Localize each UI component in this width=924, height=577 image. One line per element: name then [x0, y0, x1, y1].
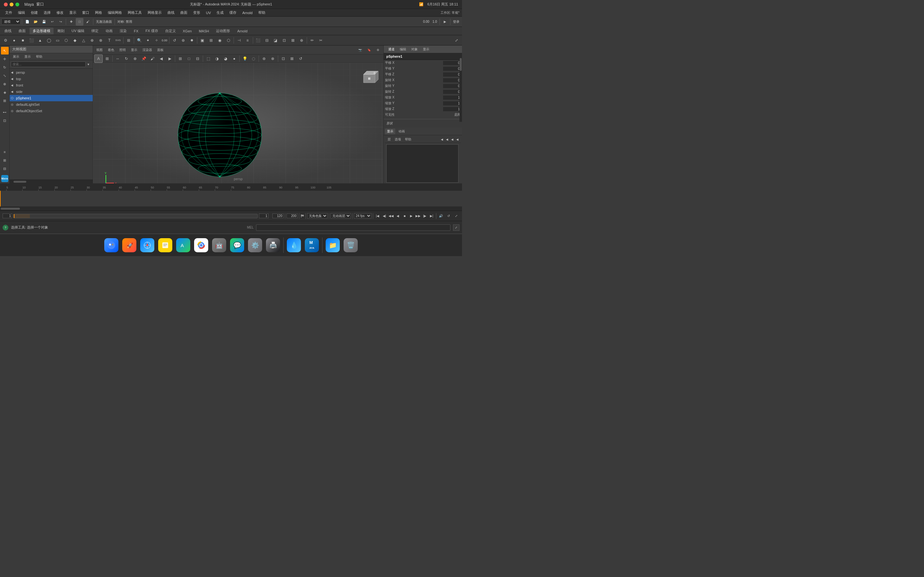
- cut-icon-btn[interactable]: ✂: [317, 36, 325, 45]
- menu-help[interactable]: 帮助: [256, 10, 268, 16]
- outliner-tab-help[interactable]: 帮助: [34, 54, 44, 60]
- layer-tab-layers[interactable]: 层: [386, 137, 392, 142]
- helix-icon-btn[interactable]: ⊗: [97, 36, 105, 45]
- hud-btn[interactable]: ⊠: [288, 55, 296, 63]
- help-icon[interactable]: ?: [3, 225, 8, 230]
- sync-btn[interactable]: ↺: [296, 55, 305, 63]
- menu-mesh-display[interactable]: 网格显示: [145, 10, 164, 16]
- quad-view-btn[interactable]: ⊞: [103, 55, 111, 63]
- layer-forward-icon[interactable]: ◀: [450, 137, 454, 142]
- open-file-btn[interactable]: 📂: [32, 18, 39, 26]
- dock-notes[interactable]: [158, 237, 173, 253]
- tab-polygon[interactable]: 多边形建模: [29, 27, 53, 34]
- render-btn[interactable]: ▶: [441, 18, 449, 26]
- play-forward-btn[interactable]: ▶: [408, 213, 415, 219]
- search-dropdown-icon[interactable]: ▼: [87, 63, 91, 66]
- viewport-tab-display[interactable]: 显示: [129, 47, 139, 53]
- close-button[interactable]: [4, 3, 8, 6]
- tab-sculpt[interactable]: 雕刻: [54, 27, 68, 34]
- light-shaded-btn[interactable]: ●: [230, 55, 238, 63]
- viewport-tab-panels[interactable]: 面板: [155, 47, 166, 53]
- tree-item-top[interactable]: ◀ top: [10, 76, 93, 82]
- cone-icon-btn[interactable]: ▲: [36, 36, 44, 45]
- tab-xgen[interactable]: XGen: [180, 28, 195, 34]
- loop-btn[interactable]: ↺: [445, 213, 452, 219]
- magnet-icon-btn[interactable]: 🔍: [135, 36, 144, 45]
- right-tab-display[interactable]: 显示: [421, 47, 431, 52]
- loop-icon-btn[interactable]: ↺: [170, 36, 179, 45]
- shadow-btn[interactable]: ◌: [249, 55, 258, 63]
- grid-display-btn[interactable]: ⊞: [176, 55, 184, 63]
- flow-icon-btn[interactable]: ⊛: [179, 36, 187, 45]
- rotate-tool[interactable]: ↻: [1, 63, 9, 71]
- frame-current-input[interactable]: [259, 213, 268, 218]
- arrow-left-vp[interactable]: ◀: [157, 55, 165, 63]
- soft-select-tool[interactable]: ◈: [1, 89, 9, 96]
- viewport-canvas[interactable]: X Y Z: [93, 63, 383, 183]
- menu-cache[interactable]: 缓存: [227, 10, 239, 16]
- right-tab-show[interactable]: 显示: [385, 129, 395, 134]
- frame-track[interactable]: [13, 214, 258, 218]
- tab-render[interactable]: 渲染: [116, 27, 130, 34]
- settings-icon-btn[interactable]: ⚙: [1, 36, 10, 45]
- timeline-scrollbar-thumb[interactable]: [1, 208, 20, 210]
- frame-end-input[interactable]: [272, 213, 284, 218]
- tab-fx[interactable]: FX: [131, 28, 142, 34]
- outliner-tab-show[interactable]: 显示: [23, 54, 33, 60]
- frame-max-input[interactable]: [286, 213, 298, 218]
- layer-tab-options[interactable]: 选项: [393, 137, 402, 142]
- menu-edit[interactable]: 编辑: [15, 10, 27, 16]
- tab-rig[interactable]: 绑定: [88, 27, 102, 34]
- camera-frame-btn[interactable]: ⊟: [194, 55, 202, 63]
- select-tool[interactable]: ↖: [1, 47, 9, 55]
- bookmark-icon[interactable]: 🔖: [365, 46, 373, 54]
- textured-btn[interactable]: ◕: [221, 55, 230, 63]
- tab-uv-edit[interactable]: UV 编辑: [68, 27, 87, 34]
- timeline-scrollbar-h[interactable]: [0, 207, 462, 211]
- play-back-btn[interactable]: ◀: [395, 213, 401, 219]
- tab-arnold[interactable]: Arnold: [234, 28, 250, 34]
- star-icon-btn[interactable]: ✸: [188, 36, 196, 45]
- menu-window[interactable]: 窗口: [79, 10, 92, 16]
- tab-anim[interactable]: 动画: [102, 27, 116, 34]
- frame-start-input[interactable]: [3, 213, 12, 218]
- tree-item-side[interactable]: ◀ side: [10, 89, 93, 95]
- attr-value-tz[interactable]: [443, 73, 461, 77]
- right-tab-anim[interactable]: 动画: [397, 129, 407, 134]
- dock-messages[interactable]: 💬: [229, 237, 245, 253]
- cube-icon-btn[interactable]: ■: [19, 36, 27, 45]
- svg-icon-btn[interactable]: SVG: [114, 36, 122, 45]
- maximize-button[interactable]: [15, 3, 19, 6]
- attr-value-rz[interactable]: [443, 90, 461, 94]
- script-run-btn[interactable]: ⤢: [453, 224, 459, 231]
- prev-frame-btn[interactable]: ◀◀: [388, 213, 394, 219]
- box-icon-btn[interactable]: ▣: [198, 36, 207, 45]
- right-tab-channel[interactable]: 通道: [386, 47, 397, 52]
- dock-trash[interactable]: 🗑️: [343, 237, 359, 253]
- attr-value-tx[interactable]: [443, 61, 461, 65]
- pen-icon-btn[interactable]: ✏: [308, 36, 317, 45]
- menu-create[interactable]: 创建: [28, 10, 40, 16]
- character-set-select[interactable]: 无角色集: [307, 213, 328, 219]
- layer-add-icon[interactable]: ◀: [439, 137, 444, 142]
- menu-edit-mesh[interactable]: 编辑网格: [105, 10, 124, 16]
- grid-icon-btn[interactable]: ⊞: [207, 36, 215, 45]
- channel-box-btn[interactable]: ≡: [1, 148, 9, 156]
- menu-modify[interactable]: 修改: [54, 10, 66, 16]
- dock-raindrop[interactable]: 💧: [286, 237, 302, 253]
- menu-select[interactable]: 选择: [41, 10, 53, 16]
- cube2-icon-btn[interactable]: ⬛: [254, 36, 262, 45]
- dock-settings[interactable]: ⚙️: [247, 237, 263, 253]
- dock-files[interactable]: 📁: [325, 237, 341, 253]
- attr-value-ty[interactable]: [443, 67, 461, 71]
- quick-layout-btn[interactable]: ⊡: [1, 117, 9, 124]
- select-vp-btn[interactable]: A: [94, 55, 103, 63]
- window-label[interactable]: 窗口: [36, 2, 44, 7]
- dock-finder[interactable]: [103, 237, 119, 253]
- attr-value-sx[interactable]: [443, 95, 461, 100]
- isolate-btn[interactable]: ⊗: [268, 55, 277, 63]
- view-cube[interactable]: 前 右: [359, 66, 380, 88]
- fps-select[interactable]: 24 fps: [354, 213, 372, 219]
- tab-fx-cache[interactable]: FX 缓存: [142, 27, 161, 34]
- attr-value-sy[interactable]: [443, 101, 461, 105]
